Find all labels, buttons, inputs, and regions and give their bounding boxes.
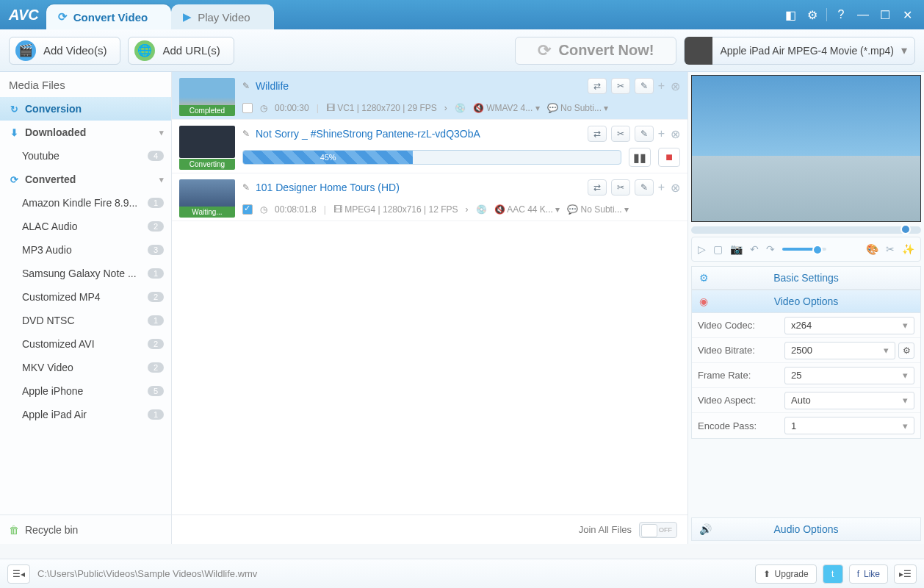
join-toggle[interactable]: OFF (639, 522, 677, 538)
minimize-icon[interactable]: — (855, 7, 871, 23)
convert-now-button[interactable]: ⟳ Convert Now! (515, 37, 676, 65)
option-select[interactable]: 25 ▾ (784, 367, 914, 384)
add-url-button[interactable]: 🌐 Add URL(s) (128, 37, 234, 65)
upgrade-button[interactable]: ⬆ Upgrade (755, 564, 817, 584)
wand-icon[interactable]: ✎ (635, 126, 654, 142)
snapshot-icon[interactable]: 📷 (730, 243, 743, 255)
option-label: Video Aspect: (698, 395, 784, 406)
option-value: 25 (791, 370, 801, 381)
sidebar-item[interactable]: Amazon Kindle Fire 8.9... 1 (0, 191, 171, 215)
option-select[interactable]: Auto ▾ (784, 392, 914, 409)
sidebar: Media Files ↻ Conversion ⬇ Downloaded ▾ … (0, 72, 172, 544)
sidebar-item[interactable]: Youtube 4 (0, 144, 171, 168)
audio-info[interactable]: 🔇 AAC 44 K... ▾ (494, 204, 560, 215)
close-icon[interactable]: ✕ (899, 7, 915, 23)
sidebar-item-downloaded[interactable]: ⬇ Downloaded ▾ (0, 121, 171, 144)
sidebar-item[interactable]: Customized MP4 2 (0, 285, 171, 309)
maximize-icon[interactable]: ☐ (877, 7, 893, 23)
option-select[interactable]: 2500 ▾ (784, 342, 895, 359)
seek-bar[interactable] (691, 226, 921, 234)
wand-icon[interactable]: ✨ (902, 243, 914, 255)
skin-icon[interactable]: ◧ (782, 7, 798, 23)
disc-icon[interactable]: 💿 (476, 204, 487, 215)
swap-icon[interactable]: ⇄ (588, 78, 607, 94)
help-icon[interactable]: ? (833, 7, 849, 23)
wand-icon[interactable]: ✎ (635, 179, 654, 196)
titlebar: AVC ⟳ Convert Video ▶ Play Video ◧ ⚙ ? —… (0, 0, 924, 29)
gear-icon[interactable]: ⚙ (898, 343, 914, 359)
sidebar-item[interactable]: ALAC Audio 2 (0, 215, 171, 238)
file-title-link[interactable]: Not Sorry _ #ShineStrong Pantene-rzL-vdQ… (256, 128, 480, 140)
swap-icon[interactable]: ⇄ (588, 126, 607, 142)
output-profile-select[interactable]: Apple iPad Air MPEG-4 Movie (*.mp4) ▾ (684, 37, 915, 65)
tab-play-video[interactable]: ▶ Play Video (171, 4, 273, 29)
basic-settings-header[interactable]: ⚙ Basic Settings (691, 266, 921, 290)
volume-slider[interactable] (782, 248, 826, 251)
tab-convert-video[interactable]: ⟳ Convert Video (46, 4, 171, 29)
sidebar-item[interactable]: Samsung Galaxy Note ... 1 (0, 262, 171, 285)
file-row[interactable]: Waiting... ✎ 101 Designer Home Tours (HD… (172, 173, 687, 221)
sidebar-item[interactable]: Apple iPhone 5 (0, 379, 171, 403)
sidebar-item[interactable]: MKV Video 2 (0, 356, 171, 379)
menu-button[interactable]: ☰◂ (7, 564, 30, 584)
scissors-icon[interactable]: ✂ (611, 179, 630, 196)
globe-plus-icon: 🌐 (134, 40, 155, 61)
file-title-link[interactable]: 101 Designer Home Tours (HD) (256, 182, 400, 193)
sidebar-item-conversion[interactable]: ↻ Conversion (0, 97, 171, 121)
remove-icon[interactable]: ⊗ (671, 79, 680, 93)
wand-icon[interactable]: ✎ (635, 78, 654, 94)
disc-icon[interactable]: 💿 (455, 103, 466, 113)
video-plus-icon: 🎬 (15, 40, 36, 61)
list-item-label: Amazon Kindle Fire 8.9... (22, 197, 137, 209)
duration-label: 00:00:30 (275, 103, 309, 113)
video-options-header[interactable]: ◉ Video Options (691, 290, 921, 313)
plus-icon[interactable]: + (658, 127, 665, 140)
scissors-icon[interactable]: ✂ (611, 78, 630, 94)
gear-icon[interactable]: ⚙ (804, 7, 820, 23)
subtitle-info[interactable]: 💬 No Subti... ▾ (567, 204, 629, 215)
file-title-link[interactable]: Wildlife (256, 80, 289, 92)
sidebar-item-converted[interactable]: ⟳ Converted ▾ (0, 168, 171, 191)
swap-icon[interactable]: ⇄ (588, 179, 607, 196)
file-row[interactable]: Completed ✎ Wildlife ⇄ ✂ ✎ + ⊗ (172, 72, 687, 120)
toolbar: 🎬 Add Video(s) 🌐 Add URL(s) ⟳ Convert No… (0, 29, 924, 72)
remove-icon[interactable]: ⊗ (671, 181, 680, 195)
plus-icon[interactable]: + (658, 181, 665, 194)
file-row[interactable]: Converting ✎ Not Sorry _ #ShineStrong Pa… (172, 120, 687, 173)
option-select[interactable]: x264 ▾ (784, 317, 914, 334)
edit-icon[interactable]: ✎ (242, 129, 250, 139)
audio-info[interactable]: 🔇 WMAV2 4... ▾ (473, 103, 540, 113)
cut-icon[interactable]: ✂ (886, 243, 895, 255)
remove-icon[interactable]: ⊗ (671, 127, 680, 141)
option-select[interactable]: 1 ▾ (784, 417, 914, 434)
twitter-button[interactable]: t (823, 564, 843, 584)
sidebar-item[interactable]: DVD NTSC 1 (0, 309, 171, 332)
checkbox[interactable] (242, 103, 253, 113)
edit-icon[interactable]: ✎ (242, 81, 250, 91)
plus-icon[interactable]: + (658, 79, 665, 93)
add-video-button[interactable]: 🎬 Add Video(s) (9, 37, 120, 65)
edit-icon[interactable]: ✎ (242, 182, 250, 193)
file-list: Completed ✎ Wildlife ⇄ ✂ ✎ + ⊗ (172, 72, 687, 514)
seek-handle[interactable] (900, 224, 911, 234)
play-icon[interactable]: ▷ (698, 243, 706, 255)
facebook-like-button[interactable]: f Like (849, 564, 888, 584)
recycle-bin[interactable]: 🗑 Recycle bin (0, 514, 171, 544)
video-preview[interactable] (691, 75, 921, 222)
pause-button[interactable]: ▮▮ (629, 148, 651, 167)
sidebar-item[interactable]: MP3 Audio 3 (0, 238, 171, 262)
rotate-left-icon[interactable]: ↶ (750, 243, 759, 255)
subtitle-info[interactable]: 💬 No Subti... ▾ (547, 103, 609, 113)
stop-button[interactable]: ■ (658, 148, 680, 167)
effect-icon[interactable]: 🎨 (866, 243, 878, 255)
sidebar-item[interactable]: Customized AVI 2 (0, 332, 171, 356)
output-path: C:\Users\Public\Videos\Sample Videos\Wil… (37, 568, 257, 579)
rotate-right-icon[interactable]: ↷ (766, 243, 775, 255)
stop-icon[interactable]: ▢ (713, 243, 723, 255)
expand-button[interactable]: ▸☰ (894, 564, 917, 584)
option-value: 2500 (791, 345, 812, 356)
checkbox[interactable] (242, 204, 253, 215)
scissors-icon[interactable]: ✂ (611, 126, 630, 142)
sidebar-item[interactable]: Apple iPad Air 1 (0, 403, 171, 426)
audio-options-header[interactable]: 🔊 Audio Options (691, 517, 921, 541)
